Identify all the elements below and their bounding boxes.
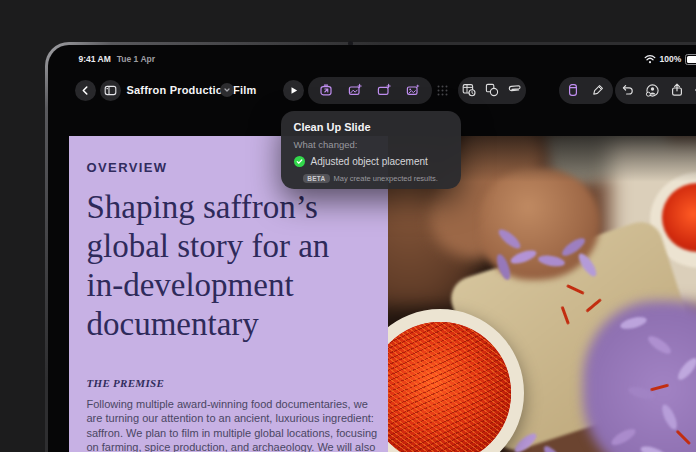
document-title-menu-button[interactable]: [220, 83, 234, 97]
table-chart-button[interactable]: [458, 79, 480, 101]
slide-plus-icon: [377, 83, 391, 97]
slide-title-line: documentary: [87, 305, 374, 344]
share-icon: [670, 83, 684, 97]
clean-up-slide-button[interactable]: [315, 79, 337, 101]
undo-icon: [621, 83, 635, 97]
chevron-left-icon: [80, 85, 91, 96]
marker-tool-button[interactable]: [587, 79, 609, 101]
status-date: Tue 1 Apr: [117, 54, 155, 64]
draw-tools-group: [559, 77, 613, 104]
grid-icon: [436, 84, 449, 97]
image-sparkle-icon: [348, 83, 362, 97]
more-button[interactable]: [690, 79, 696, 101]
beta-badge: BETA: [303, 174, 329, 184]
marker-icon: [591, 83, 605, 97]
paperclip-icon: [507, 83, 521, 97]
actions-group: [615, 77, 696, 104]
wifi-icon: [644, 54, 656, 64]
share-button[interactable]: [666, 79, 688, 101]
collaborate-button[interactable]: [641, 79, 663, 101]
slide-title-line: Shaping saffron’s: [87, 188, 374, 227]
collaborate-icon: [645, 83, 660, 98]
add-slide-ai-button[interactable]: [373, 79, 395, 101]
photo-sparkle-icon: [406, 83, 420, 97]
popover-title: Clean Up Slide: [294, 121, 448, 133]
back-button[interactable]: [75, 80, 96, 101]
slide-navigator-button[interactable]: [100, 80, 121, 101]
ai-tools-group: [308, 77, 432, 104]
ipad-device: 9:41 AM Tue 1 Apr 100% Saffron Productio…: [45, 42, 696, 452]
attachment-button[interactable]: [503, 79, 525, 101]
document-title[interactable]: Saffron Production Film: [127, 84, 257, 96]
status-bar: 9:41 AM Tue 1 Apr 100%: [48, 54, 696, 68]
slide-title-line: in-development: [87, 266, 374, 305]
eraser-tool-button[interactable]: [562, 79, 584, 101]
eraser-icon: [566, 83, 580, 97]
slide-title-line: global story for an: [87, 227, 374, 266]
undo-button[interactable]: [617, 79, 639, 101]
insert-tools-group: [458, 77, 526, 104]
play-icon: [288, 85, 299, 96]
toolbar: Saffron Production Film: [48, 77, 696, 107]
slide-body-text[interactable]: Following multiple award-winning food do…: [87, 397, 379, 452]
table-clock-icon: [462, 83, 476, 97]
screen: 9:41 AM Tue 1 Apr 100% Saffron Productio…: [48, 45, 696, 452]
slide-title[interactable]: Shaping saffron’s global story for an in…: [87, 188, 374, 344]
chevron-down-icon: [223, 86, 231, 94]
grid-button[interactable]: [432, 80, 454, 102]
popover-subtitle: What changed:: [294, 139, 448, 150]
shapes-icon: [485, 83, 499, 97]
image-ai-button[interactable]: [344, 79, 366, 101]
beta-note: May create unexpected results.: [334, 174, 438, 183]
photo-ai-button[interactable]: [402, 79, 424, 101]
status-time: 9:41 AM: [79, 54, 111, 64]
slide-section-label[interactable]: THE PREMISE: [87, 377, 374, 389]
sidebar-navigator-icon: [104, 84, 117, 97]
checkmark-icon: [294, 156, 305, 167]
clean-up-icon: [319, 83, 333, 97]
popover-change-item: Adjusted object placement: [311, 156, 428, 167]
play-button[interactable]: [283, 80, 304, 101]
shapes-button[interactable]: [481, 79, 503, 101]
battery-icon: [685, 54, 696, 65]
battery-percent: 100%: [660, 54, 682, 64]
clean-up-slide-popover: Clean Up Slide What changed: Adjusted ob…: [281, 111, 461, 189]
